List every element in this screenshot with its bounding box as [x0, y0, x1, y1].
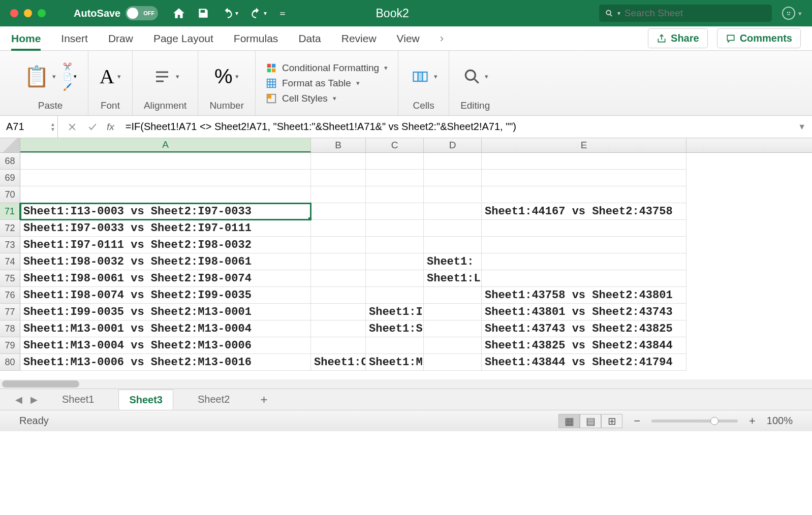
zoom-slider[interactable] — [651, 420, 738, 423]
row-header[interactable]: 69 — [0, 170, 20, 186]
cell[interactable] — [20, 186, 311, 203]
cell[interactable]: Sheet1:43801 vs Sheet2:43743 — [482, 304, 686, 320]
paste-icon[interactable]: 📋 — [24, 65, 49, 88]
cell[interactable] — [311, 186, 366, 203]
name-box-stepper[interactable]: ▲▼ — [50, 122, 55, 132]
copy-icon[interactable]: 📄▾ — [63, 73, 77, 81]
cell[interactable] — [482, 153, 686, 170]
cell[interactable] — [482, 170, 686, 186]
sheet-tab-sheet1[interactable]: Sheet1 — [52, 390, 104, 409]
row-header[interactable]: 70 — [0, 186, 20, 203]
sheet-tab-sheet3[interactable]: Sheet3 — [118, 390, 173, 410]
row-header[interactable]: 79 — [0, 337, 20, 354]
row-header[interactable]: 77 — [0, 304, 20, 320]
sheet-prev-icon[interactable]: ◀ — [15, 394, 22, 405]
formula-expand-icon[interactable]: ▼ — [792, 122, 812, 132]
tabs-overflow-icon[interactable]: › — [440, 32, 444, 45]
cell[interactable] — [366, 287, 424, 304]
cell[interactable] — [311, 320, 366, 337]
chevron-down-icon[interactable]: ▾ — [798, 10, 802, 17]
column-header-d[interactable]: D — [424, 138, 482, 152]
search-box[interactable]: ▾ — [599, 5, 772, 22]
cell[interactable] — [424, 170, 482, 186]
cell[interactable] — [366, 186, 424, 203]
cell[interactable] — [424, 304, 482, 320]
tab-view[interactable]: View — [397, 27, 420, 50]
maximize-window[interactable] — [38, 9, 46, 17]
cell-styles-button[interactable]: Cell Styles ▾ — [266, 93, 388, 104]
cell[interactable] — [311, 304, 366, 320]
add-sheet-button[interactable]: + — [254, 393, 273, 407]
tab-draw[interactable]: Draw — [108, 27, 133, 50]
cell[interactable] — [424, 220, 482, 237]
cell[interactable] — [311, 220, 366, 237]
close-window[interactable] — [10, 9, 18, 17]
cell[interactable]: Sheet1:M13-0006 vs Sheet2:M13-0016 — [20, 354, 311, 371]
column-header-b[interactable]: B — [311, 138, 366, 152]
cut-icon[interactable]: ✂️ — [63, 62, 77, 71]
number-group[interactable]: %▾ Number — [198, 51, 256, 115]
cell[interactable] — [366, 153, 424, 170]
column-header-e[interactable]: E — [482, 138, 686, 152]
row-header[interactable]: 75 — [0, 270, 20, 287]
cell[interactable]: Sheet1:I13-0003 vs Sheet2:I97-0033 — [20, 203, 311, 220]
cell[interactable] — [311, 153, 366, 170]
cell[interactable] — [366, 203, 424, 220]
cell[interactable] — [424, 354, 482, 371]
confirm-formula-icon[interactable] — [87, 122, 98, 132]
view-normal-icon[interactable]: ▦ — [558, 414, 580, 428]
cell[interactable]: Sheet1:I99-0035 vs Sheet2:M13-0001 — [20, 304, 311, 320]
view-page-layout-icon[interactable]: ▤ — [580, 414, 601, 428]
cell[interactable] — [482, 220, 686, 237]
cell[interactable] — [424, 203, 482, 220]
tab-insert[interactable]: Insert — [61, 27, 88, 50]
row-header[interactable]: 68 — [0, 153, 20, 170]
cell[interactable]: Sheet1:I97-0033 vs Sheet2:I97-0111 — [20, 220, 311, 237]
feedback-icon[interactable] — [782, 7, 795, 20]
cell[interactable] — [366, 253, 424, 270]
cell[interactable] — [482, 186, 686, 203]
view-page-break-icon[interactable]: ⊞ — [601, 414, 622, 428]
cell[interactable]: Sheet1:43825 vs Sheet2:43844 — [482, 337, 686, 354]
minimize-window[interactable] — [24, 9, 32, 17]
cell[interactable]: Sheet1:43758 vs Sheet2:43801 — [482, 287, 686, 304]
cell[interactable] — [482, 253, 686, 270]
alignment-group[interactable]: ▾ Alignment — [133, 51, 199, 115]
cancel-formula-icon[interactable] — [67, 122, 77, 132]
tab-data[interactable]: Data — [298, 27, 321, 50]
cell[interactable]: Sheet1:I98-0032 vs Sheet2:I98-0061 — [20, 253, 311, 270]
tab-review[interactable]: Review — [341, 27, 377, 50]
zoom-in-button[interactable]: + — [749, 414, 756, 428]
home-icon[interactable] — [172, 7, 185, 20]
row-header[interactable]: 76 — [0, 287, 20, 304]
cell[interactable] — [20, 153, 311, 170]
cell[interactable] — [366, 270, 424, 287]
cell[interactable]: Sheet1:S — [366, 320, 424, 337]
cell[interactable]: Sheet1:I97-0111 vs Sheet2:I98-0032 — [20, 237, 311, 253]
sheet-next-icon[interactable]: ▶ — [30, 394, 38, 405]
cell[interactable] — [424, 186, 482, 203]
cell[interactable]: Sheet1:I — [366, 304, 424, 320]
horizontal-scrollbar[interactable] — [0, 379, 812, 389]
spreadsheet-grid[interactable]: 68697071Sheet1:I13-0003 vs Sheet2:I97-00… — [0, 153, 812, 379]
format-as-table-button[interactable]: Format as Table ▾ — [266, 78, 388, 89]
cell[interactable] — [424, 237, 482, 253]
cell[interactable] — [366, 220, 424, 237]
tab-home[interactable]: Home — [11, 27, 41, 50]
share-button[interactable]: Share — [648, 28, 708, 48]
cell[interactable]: Sheet1:L — [424, 270, 482, 287]
cell[interactable] — [311, 287, 366, 304]
cell[interactable]: Sheet1:43743 vs Sheet2:43825 — [482, 320, 686, 337]
tab-formulas[interactable]: Formulas — [234, 27, 278, 50]
format-painter-icon[interactable]: 🖌️ — [63, 83, 77, 91]
comments-button[interactable]: Comments — [717, 28, 801, 48]
row-header[interactable]: 72 — [0, 220, 20, 237]
name-box[interactable]: A71 ▲▼ — [0, 116, 58, 138]
tab-page-layout[interactable]: Page Layout — [153, 27, 213, 50]
cell[interactable]: Sheet1:44167 vs Sheet2:43758 — [482, 203, 686, 220]
cell[interactable] — [482, 270, 686, 287]
column-header-c[interactable]: C — [366, 138, 424, 152]
row-header[interactable]: 80 — [0, 354, 20, 371]
font-group[interactable]: A▾ Font — [88, 51, 133, 115]
cell[interactable]: Sheet1: — [424, 253, 482, 270]
